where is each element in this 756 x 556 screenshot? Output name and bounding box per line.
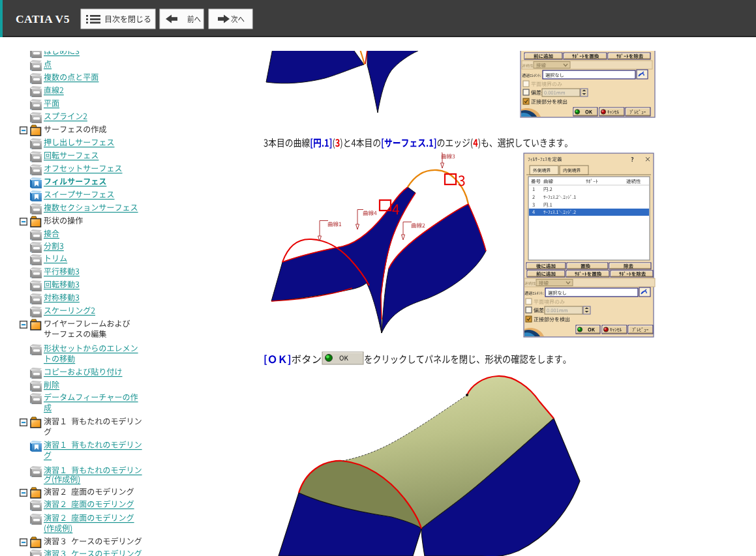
svg-text:CATIA V5: CATIA V5: [16, 12, 70, 25]
